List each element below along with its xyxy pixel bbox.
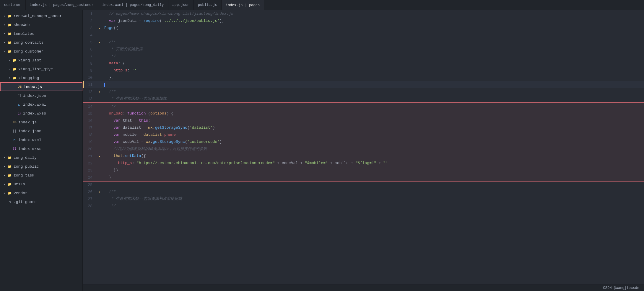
tab-customer[interactable]: customer [0,0,26,10]
sidebar-item-index-wxss-xiangqing[interactable]: {} index.wxss [0,109,82,118]
tab-index-js-pages[interactable]: index.js | pages [222,0,264,10]
sidebar-item-zong-customer[interactable]: 📁 zong_customer [0,47,82,56]
line-content: Page({ [102,24,644,32]
line-row: 11 [83,81,644,88]
tab-index-wxml-zong-daily[interactable]: index.wxml | pages/zong_daily [98,0,168,10]
sidebar-item-utils[interactable]: 📁 utils [0,180,82,189]
line-number: 16 [83,117,97,124]
sidebar-item-xiangqing[interactable]: 📁 xiangqing [0,73,82,82]
editor-area: 1 // pages/home_chanpin/xianzhong_list/j… [83,10,644,291]
line-number: 8 [83,60,97,67]
sidebar-item-zong-contacts[interactable]: 📁 zong_contacts [0,38,82,47]
chevron-icon [2,23,7,27]
chevron-icon [2,14,7,18]
line-number: 1 [83,10,97,17]
sidebar-item-label: index.wxml [23,102,46,107]
sidebar-item-gitignore[interactable]: ◻ .gitignore [0,197,82,206]
wxss-file-icon: {} [12,147,17,151]
line-gutter [97,32,102,39]
line-gutter [97,195,102,202]
sidebar-item-templates[interactable]: 📁 templates [0,29,82,38]
chevron-icon [2,174,7,177]
line-number: 12 [83,88,97,95]
line-number: 14 [83,103,97,110]
code-editor[interactable]: 1 // pages/home_chanpin/xianzhong_list/j… [83,10,644,285]
sidebar-item-index-json-xiangqing[interactable]: [] index.json [0,91,82,100]
sidebar-item-label: zong_customer [14,49,43,54]
wxml-file-icon: ◻ [17,103,22,107]
line-gutter [97,117,102,124]
line-row: 18 var mobile = datalist.phone [83,131,644,138]
sidebar-item-label: index.wxss [18,147,41,151]
folder-icon: 📁 [7,41,12,45]
line-gutter [97,81,102,88]
line-number: 24 [83,174,97,181]
line-gutter [97,60,102,67]
sidebar-item-renewal-manager-nocar[interactable]: 📁 renewal_manager_nocar [0,12,82,20]
line-content: /** [102,88,644,95]
tab-index-js-zong-customer[interactable]: index.js | pages/zong_customer [26,0,98,10]
line-gutter: ▾ [97,39,102,46]
sidebar-item-index-wxss-zong-customer[interactable]: {} index.wxss [0,144,82,153]
folder-icon: 📁 [7,191,12,195]
sidebar-item-label: vendor [14,191,27,195]
gitignore-file-icon: ◻ [7,200,12,204]
sidebar-item-label: utils [14,182,25,187]
sidebar-item-vendor[interactable]: 📁 vendor [0,189,82,197]
line-number: 4 [83,32,97,39]
sidebar-item-xiang-list-qiye[interactable]: 📁 xiang_list_qiye [0,65,82,73]
line-gutter: ▾ [97,24,102,32]
tabs-bar: customer index.js | pages/zong_customer … [0,0,644,10]
line-content: var jsonData = require('../../../json/pu… [102,17,644,24]
sidebar-item-label: renewal_manager_nocar [14,14,62,18]
chevron-icon [2,165,7,168]
sidebar-item-index-wxml-zong-customer[interactable]: ◻ index.wxml [0,135,82,144]
line-row: 23 }) [83,167,644,174]
line-content: * 生命周期函数--监听页面初次渲染完成 [102,195,644,202]
folder-icon: 📁 [7,14,12,18]
tab-public-js[interactable]: public.js [194,0,222,10]
line-gutter [97,167,102,174]
line-row: 16 var that = this; [83,117,644,124]
sidebar-item-index-json-zong-customer[interactable]: [] index.json [0,127,82,135]
json-file-icon: [] [12,129,17,133]
line-number: 27 [83,195,97,202]
tab-app-json[interactable]: app.json [168,0,194,10]
line-content [102,32,644,39]
sidebar-item-label: zong_task [14,173,34,178]
sidebar-item-zong-public[interactable]: 📁 zong_public [0,162,82,171]
line-gutter [97,138,102,146]
line-row: 10 }, [83,74,644,81]
line-content: }, [102,74,644,81]
line-content: http_s: '' [102,67,644,74]
line-content: that.setData({ [102,153,644,160]
sidebar-item-label: index.wxml [18,138,41,142]
sidebar-item-showweb[interactable]: 📁 showWeb [0,20,82,29]
line-row: 15 onLoad: function (options) { [83,110,644,117]
line-number: 21 [83,153,97,160]
sidebar-item-xiang-list[interactable]: 📁 xiang_list [0,56,82,65]
chevron-icon [2,50,7,53]
sidebar-item-index-wxml-xiangqing[interactable]: ◻ index.wxml [0,100,82,109]
line-number: 18 [83,131,97,138]
line-row: 2 var jsonData = require('../../../json/… [83,17,644,24]
line-row: 21 ▾ that.setData({ [83,153,644,160]
sidebar-item-index-js-xiangqing[interactable]: JS index.js [0,82,82,91]
line-gutter [97,124,102,131]
line-gutter: ▾ [97,188,102,195]
sidebar-item-zong-task[interactable]: 📁 zong_task [0,171,82,180]
sidebar-item-label: index.js [18,120,37,125]
line-content: /** [102,188,644,195]
line-gutter [97,103,102,110]
chevron-icon [7,58,12,62]
line-number: 23 [83,167,97,174]
sidebar-item-zong-daily[interactable]: 📁 zong_daily [0,153,82,162]
line-gutter [97,67,102,74]
line-content: */ [102,202,644,210]
status-text: CSDN @wangjiecsdn [603,286,639,290]
line-content: //地址为你要跳转的h5页面地址，后边拼接传递的参数 [102,146,644,153]
line-content: data: { [102,60,644,67]
file-explorer: 📁 renewal_manager_nocar 📁 showWeb 📁 temp… [0,10,83,291]
sidebar-item-index-js-zong-customer[interactable]: JS index.js [0,118,82,127]
line-row: 9 http_s: '' [83,67,644,74]
